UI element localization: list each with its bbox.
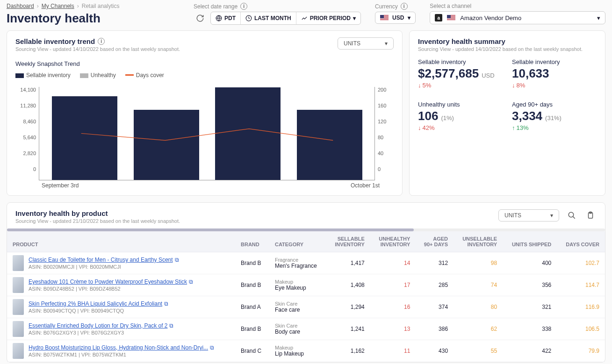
chevron-right-icon: › xyxy=(77,3,79,9)
product-link[interactable]: Skin Perfecting 2% BHA Liquid Salicylic … xyxy=(29,300,162,307)
product-link[interactable]: Classic Eau de Toilette for Men - Citrus… xyxy=(29,257,173,263)
cell-shipped: 356 xyxy=(503,274,557,296)
external-link-icon[interactable]: ⧉ xyxy=(164,300,168,307)
cell-category: FragranceMen's Fragrance xyxy=(269,252,326,274)
summary-card: Inventory health summary Sourcing View -… xyxy=(409,30,605,196)
cell-shipped: 422 xyxy=(503,340,557,362)
export-button[interactable] xyxy=(584,209,597,221)
cell-category: MakeupLip Makeup xyxy=(269,340,326,362)
units-select[interactable]: UNITS ▾ xyxy=(338,37,394,50)
legend-swatch-unhealthy xyxy=(80,73,88,78)
trend-icon xyxy=(301,15,308,21)
col-cover[interactable]: DAYS COVER xyxy=(557,231,605,252)
summary-subtitle: Sourcing View - updated 14/10/2022 based… xyxy=(418,46,586,52)
external-link-icon[interactable]: ⧉ xyxy=(169,322,173,329)
info-icon[interactable]: i xyxy=(98,38,105,45)
col-sellable[interactable]: SELLABLE INVENTORY xyxy=(326,231,370,252)
horizontal-scrollbar[interactable] xyxy=(7,228,605,231)
product-link[interactable]: Essentially Enriched Body Lotion for Dry… xyxy=(29,322,167,329)
trend-subtitle: Sourcing View - updated 14/10/2022 based… xyxy=(15,46,180,52)
cell-brand: Brand A xyxy=(235,296,269,318)
channel-label: Select a channel xyxy=(430,3,605,9)
cell-sellable: 1,417 xyxy=(326,252,370,274)
stat-unhealthy: Unhealthy units 106(1%) ↓42% xyxy=(418,101,503,131)
col-aged[interactable]: AGED 90+ DAYS xyxy=(416,231,454,252)
cell-cover: 79.9 xyxy=(557,340,605,362)
col-category[interactable]: CATEGORY xyxy=(269,231,326,252)
product-thumbnail xyxy=(13,343,24,359)
info-icon[interactable]: i xyxy=(240,3,247,10)
product-thumbnail xyxy=(13,255,24,271)
cell-sellable: 1,241 xyxy=(326,318,370,340)
table-row: Eyeshadow 101 Crème to Powder Waterproof… xyxy=(7,274,605,296)
chart: 14,100 11,280 8,460 5,640 2,820 0 200 16… xyxy=(15,87,394,180)
product-subtitle: Sourcing View - updated 21/10/2022 based… xyxy=(15,218,180,224)
cell-sellable: 1,162 xyxy=(326,340,370,362)
bar[interactable] xyxy=(297,110,362,180)
cell-shipped: 321 xyxy=(503,296,557,318)
product-card: Inventory health by product Sourcing Vie… xyxy=(7,202,605,363)
compare-button[interactable]: PRIOR PERIOD ▾ xyxy=(296,12,360,24)
range-button[interactable]: LAST MONTH xyxy=(241,12,296,24)
cell-category: MakeupEye Makeup xyxy=(269,274,326,296)
chevron-down-icon: ▾ xyxy=(597,14,600,21)
trend-card: Sellable inventory trend i Sourcing View… xyxy=(7,30,403,196)
product-thumbnail xyxy=(13,321,24,337)
product-link[interactable]: Hydro Boost Moisturizing Lip Gloss, Hydr… xyxy=(29,344,208,351)
bar[interactable] xyxy=(134,110,199,180)
cell-category: Skin CareBody care xyxy=(269,318,326,340)
cell-aged: 386 xyxy=(416,318,454,340)
currency-label: Currency i xyxy=(375,3,416,10)
external-link-icon[interactable]: ⧉ xyxy=(175,257,179,263)
cell-shipped: 338 xyxy=(503,318,557,340)
col-unhealthy[interactable]: UNHEALTHY INVENTORY xyxy=(370,231,416,252)
product-units-select[interactable]: UNITS▾ xyxy=(498,209,559,221)
chevron-right-icon: › xyxy=(37,3,39,9)
timezone-button[interactable]: PDT xyxy=(211,12,241,24)
cell-unhealthy: 14 xyxy=(370,252,416,274)
summary-title: Inventory health summary xyxy=(418,37,597,45)
table-row: Skin Perfecting 2% BHA Liquid Salicylic … xyxy=(7,296,605,318)
refresh-button[interactable] xyxy=(194,12,207,25)
delta-up-icon: ↑13% xyxy=(512,124,597,131)
cell-unhealthy: 13 xyxy=(370,318,416,340)
crumb-my-channels[interactable]: My Channels xyxy=(42,3,74,9)
channel-select[interactable]: a Amazon Vendor Demo ▾ xyxy=(430,11,605,24)
product-table: PRODUCT BRAND CATEGORY SELLABLE INVENTOR… xyxy=(7,231,605,362)
y-axis-right: 200 160 120 80 40 0 xyxy=(375,87,394,180)
col-product[interactable]: PRODUCT xyxy=(7,231,235,252)
plot-area[interactable] xyxy=(39,87,375,180)
currency-select[interactable]: USD ▾ xyxy=(375,12,416,24)
cell-cover: 102.7 xyxy=(557,252,605,274)
crumb-dashboard[interactable]: Dashboard xyxy=(7,3,34,9)
bar[interactable] xyxy=(52,96,117,180)
info-icon[interactable]: i xyxy=(401,3,408,10)
external-link-icon[interactable]: ⧉ xyxy=(210,344,214,351)
date-range-label: Select date range i xyxy=(194,3,361,10)
cell-unsellable: 80 xyxy=(454,296,503,318)
search-button[interactable] xyxy=(566,209,578,221)
product-meta: ASIN: B075WZTKM1 | VPI: B075WZTKM1 xyxy=(29,352,214,357)
cell-unhealthy: 16 xyxy=(370,296,416,318)
product-link[interactable]: Eyeshadow 101 Crème to Powder Waterproof… xyxy=(29,278,187,285)
cell-category: Skin CareFace care xyxy=(269,296,326,318)
chevron-down-icon: ▾ xyxy=(385,40,388,47)
col-unsellable[interactable]: UNSELLABLE INVENTORY xyxy=(454,231,503,252)
cell-unhealthy: 11 xyxy=(370,340,416,362)
cell-cover: 114.7 xyxy=(557,274,605,296)
stat-sellable-usd: Sellable inventory $2,577,685USD ↓5% xyxy=(418,58,503,89)
cell-aged: 374 xyxy=(416,296,454,318)
col-shipped[interactable]: UNITS SHIPPED xyxy=(503,231,557,252)
cell-unsellable: 55 xyxy=(454,340,503,362)
bar[interactable] xyxy=(215,87,281,180)
product-title: Inventory health by product xyxy=(15,209,180,217)
cell-aged: 285 xyxy=(416,274,454,296)
legend-swatch-days-cover xyxy=(125,74,134,76)
cell-unhealthy: 17 xyxy=(370,274,416,296)
date-segments: PDT LAST MONTH PRIOR PERIOD ▾ xyxy=(210,12,361,25)
external-link-icon[interactable]: ⧉ xyxy=(189,278,193,285)
trend-title: Sellable inventory trend i xyxy=(15,37,180,45)
page-title: Inventory health xyxy=(7,11,184,26)
col-brand[interactable]: BRAND xyxy=(235,231,269,252)
flag-us-icon xyxy=(380,15,389,21)
